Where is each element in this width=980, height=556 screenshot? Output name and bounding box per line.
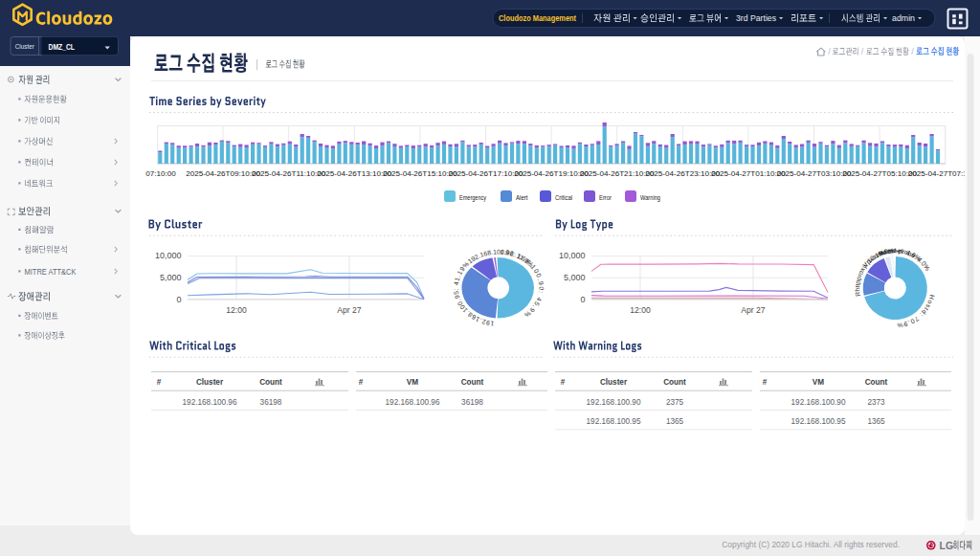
svg-text:36198: 36198 — [260, 398, 282, 407]
svg-text:12:00: 12:00 — [630, 305, 651, 315]
svg-text:07:10:00: 07:10:00 — [145, 169, 176, 178]
svg-text:Cloudozo Management: Cloudozo Management — [499, 13, 576, 23]
svg-text:VM: VM — [407, 378, 418, 387]
svg-text:DMZ_CL: DMZ_CL — [49, 42, 76, 52]
svg-text:Alert: Alert — [516, 194, 528, 201]
svg-text:Cluster: Cluster — [15, 42, 34, 51]
svg-text:5,000: 5,000 — [160, 273, 182, 282]
svg-text:LG: LG — [940, 540, 954, 551]
svg-text:Apr 27: Apr 27 — [337, 305, 362, 315]
svg-text:2025-04-26T19:10:00: 2025-04-26T19:10:00 — [514, 169, 589, 178]
svg-text:Error: Error — [599, 194, 612, 201]
svg-text:Count: Count — [461, 378, 484, 387]
svg-text:2025-04-26T09:10:00: 2025-04-26T09:10:00 — [186, 169, 260, 178]
svg-text:3rd Parties: 3rd Parties — [736, 13, 776, 23]
svg-text:2025-04-26T13:10:00: 2025-04-26T13:10:00 — [317, 169, 391, 178]
svg-text:Copyright (C) 2020 LG Hitachi.: Copyright (C) 2020 LG Hitachi. All right… — [722, 540, 900, 549]
svg-text:#: # — [359, 378, 364, 387]
svg-text:#: # — [561, 378, 566, 387]
svg-text:Count: Count — [865, 378, 888, 387]
svg-text:admin: admin — [892, 13, 915, 23]
svg-text:1365: 1365 — [867, 417, 885, 426]
svg-text:192.168.100.96: 192.168.100.96 — [386, 398, 440, 407]
svg-text:10,000: 10,000 — [559, 251, 586, 260]
svg-text:36198: 36198 — [461, 398, 483, 407]
svg-text:192.168.100.90: 192.168.100.90 — [791, 398, 846, 407]
svg-text:Warning: Warning — [640, 194, 660, 202]
svg-text:2025-04-26T23:10:00: 2025-04-26T23:10:00 — [645, 169, 720, 178]
svg-text:1365: 1365 — [666, 417, 684, 426]
svg-text:2025-04-26T11:10:00: 2025-04-26T11:10:00 — [252, 169, 326, 178]
svg-text:2025-04-27T03:10:00: 2025-04-27T03:10:00 — [777, 169, 852, 178]
svg-text:0: 0 — [580, 295, 585, 304]
svg-text:2375: 2375 — [666, 398, 684, 407]
svg-text:2025-04-27T01:10:00: 2025-04-27T01:10:00 — [711, 169, 786, 178]
svg-text:192.168.100.95: 192.168.100.95 — [791, 417, 846, 426]
svg-text:Cluster: Cluster — [196, 378, 224, 387]
svg-text:2025-04-27T05:10:00: 2025-04-27T05:10:00 — [842, 169, 917, 178]
svg-text:Apr 27: Apr 27 — [741, 305, 766, 315]
svg-text:2373: 2373 — [867, 398, 885, 407]
svg-text:Cluster: Cluster — [600, 378, 628, 387]
svg-text:Emergency: Emergency — [459, 194, 486, 202]
svg-text:192.168.100.96: 192.168.100.96 — [183, 398, 237, 407]
svg-text:Count: Count — [663, 378, 686, 387]
svg-text:5,000: 5,000 — [564, 273, 586, 282]
svg-text:#: # — [157, 378, 162, 387]
svg-text:#: # — [763, 378, 768, 387]
svg-text:2025-04-26T21:10:00: 2025-04-26T21:10:00 — [580, 169, 655, 178]
svg-text:192.168.100.90: 192.168.100.90 — [587, 398, 641, 407]
svg-text:Critical: Critical — [555, 194, 572, 201]
svg-text:VM: VM — [813, 378, 824, 387]
svg-text:2025-04-26T17:10:00: 2025-04-26T17:10:00 — [449, 169, 523, 178]
svg-text:0: 0 — [176, 295, 181, 304]
svg-text:10,000: 10,000 — [155, 251, 182, 260]
svg-text:12:00: 12:00 — [226, 305, 247, 315]
svg-text:Count: Count — [259, 378, 282, 387]
svg-text:192.168.100.95: 192.168.100.95 — [587, 417, 641, 426]
svg-text:MITRE ATT&CK: MITRE ATT&CK — [25, 267, 78, 277]
svg-text:2025-04-26T15:10:00: 2025-04-26T15:10:00 — [383, 169, 457, 178]
